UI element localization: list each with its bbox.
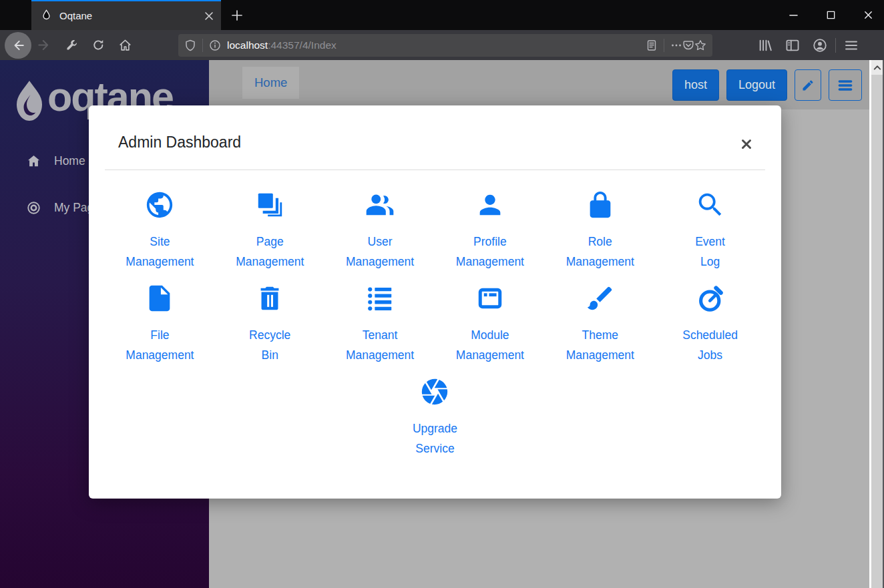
reader-mode-icon[interactable] <box>646 39 658 51</box>
url-text: localhost:44357/4/Index <box>227 39 337 51</box>
tab-title: Oqtane <box>59 10 204 21</box>
forward-button[interactable] <box>37 38 51 52</box>
pocket-icon[interactable] <box>682 39 694 51</box>
tile-label-line1: Page <box>256 232 284 252</box>
firefox-menu-icon[interactable] <box>844 38 859 53</box>
tile-label-line2: Management <box>346 345 414 365</box>
oqtane-drop-icon <box>13 80 45 121</box>
pencil-icon <box>801 79 815 92</box>
tile-label-line1: Theme <box>582 325 618 345</box>
tile-label-line1: Role <box>588 232 612 252</box>
url-path: :44357/4/Index <box>268 39 337 51</box>
browser-tab-bar: Oqtane <box>0 0 884 30</box>
window-maximize-icon[interactable] <box>826 10 836 20</box>
tile-label-line2: Management <box>566 252 634 272</box>
browser-tab-oqtane[interactable]: Oqtane <box>31 0 221 30</box>
host-button-label: host <box>684 78 707 92</box>
browser-toolbar: localhost:44357/4/Index <box>0 30 884 60</box>
urlbar-divider2 <box>664 39 664 52</box>
edit-mode-button[interactable] <box>795 69 821 101</box>
wrench-icon[interactable] <box>65 39 78 51</box>
logout-button[interactable]: Logout <box>726 69 787 101</box>
oqtane-favicon-drop-icon <box>41 9 52 22</box>
trash-icon <box>254 283 285 314</box>
aperture-icon <box>419 376 450 407</box>
back-button[interactable] <box>5 32 31 59</box>
tile-label-line2: Management <box>346 252 414 272</box>
home-icon[interactable] <box>119 39 132 51</box>
new-tab-button[interactable] <box>228 6 246 25</box>
person-icon <box>475 190 505 220</box>
timer-icon <box>695 283 726 314</box>
tile-label-line2: Management <box>456 252 524 272</box>
site-info-icon[interactable] <box>209 39 221 51</box>
tile-event-log[interactable]: Event Log <box>655 190 765 272</box>
window-minimize-icon[interactable] <box>789 10 799 20</box>
tile-upgrade-service[interactable]: Upgrade Service <box>325 376 545 459</box>
tile-label-line2: Management <box>236 252 304 272</box>
tile-label-line2: Management <box>126 252 194 272</box>
vertical-scrollbar[interactable] <box>871 60 884 588</box>
tile-label-line1: User <box>368 232 393 252</box>
url-host: localhost <box>227 39 268 51</box>
people-icon <box>365 190 395 220</box>
library-icon[interactable] <box>758 38 772 53</box>
toolbar-right-cluster <box>758 38 859 53</box>
control-panel-button[interactable] <box>829 69 862 101</box>
modal-header: Admin Dashboard <box>89 105 781 152</box>
tile-label-line2: Service <box>415 438 454 459</box>
tile-label-line1: Module <box>471 325 509 345</box>
tile-label-line1: Site <box>150 232 170 252</box>
tile-label-line2: Management <box>566 345 634 365</box>
globe-icon <box>144 190 175 220</box>
tile-label-line1: File <box>150 325 169 345</box>
admin-dashboard-modal: Admin Dashboard Site Management Page Man… <box>89 105 781 499</box>
window-icon <box>475 283 505 314</box>
tile-tenant-management[interactable]: Tenant Management <box>325 283 435 365</box>
search-icon <box>695 190 726 220</box>
tile-role-management[interactable]: Role Management <box>545 190 655 272</box>
tile-module-management[interactable]: Module Management <box>435 283 545 365</box>
brush-icon <box>585 283 616 314</box>
tile-recycle-bin[interactable]: Recycle Bin <box>215 283 325 365</box>
file-icon <box>144 283 175 314</box>
tile-label-line2: Log <box>700 252 720 272</box>
tile-profile-management[interactable]: Profile Management <box>435 190 545 272</box>
page-content: oqtane Home My Page Home host Logout <box>0 60 884 588</box>
tile-theme-management[interactable]: Theme Management <box>545 283 655 365</box>
tile-user-management[interactable]: User Management <box>325 190 435 272</box>
host-button[interactable]: host <box>672 69 719 101</box>
refresh-icon[interactable] <box>92 39 105 51</box>
toolbar-divider <box>835 38 836 53</box>
tab-close-icon[interactable] <box>204 11 214 21</box>
home-filled-icon <box>26 154 41 169</box>
sidebar-toggle-icon[interactable] <box>785 38 800 53</box>
breadcrumb-home-link[interactable]: Home <box>242 67 299 99</box>
close-icon[interactable] <box>741 139 752 150</box>
tile-page-management[interactable]: Page Management <box>215 190 325 272</box>
scrollbar-up-button[interactable] <box>871 60 883 75</box>
tile-label-line1: Upgrade <box>413 418 457 438</box>
tile-label-line2: Management <box>456 345 524 365</box>
tile-site-management[interactable]: Site Management <box>105 190 215 272</box>
bookmark-star-icon[interactable] <box>694 39 706 51</box>
header-buttons: host Logout <box>672 69 862 101</box>
hamburger-icon <box>837 77 853 93</box>
tile-scheduled-jobs[interactable]: Scheduled Jobs <box>655 283 765 365</box>
address-bar[interactable]: localhost:44357/4/Index <box>178 34 712 57</box>
page-actions-icon[interactable] <box>670 39 682 51</box>
tile-label-line1: Recycle <box>249 325 290 345</box>
tile-file-management[interactable]: File Management <box>105 283 215 365</box>
tile-label-line2: Management <box>126 345 194 365</box>
tile-label-line2: Jobs <box>698 345 722 365</box>
tile-label-line1: Event <box>695 232 725 252</box>
window-close-icon[interactable] <box>863 10 873 20</box>
tile-label-line1: Profile <box>473 232 507 252</box>
admin-tiles-grid: Site Management Page Management User Man… <box>105 190 765 459</box>
target-icon <box>26 200 41 216</box>
shield-icon[interactable] <box>184 39 196 51</box>
tile-label-line2: Bin <box>262 345 278 365</box>
chevron-up-icon <box>873 64 881 71</box>
account-icon[interactable] <box>813 38 827 53</box>
lock-icon <box>585 190 616 220</box>
